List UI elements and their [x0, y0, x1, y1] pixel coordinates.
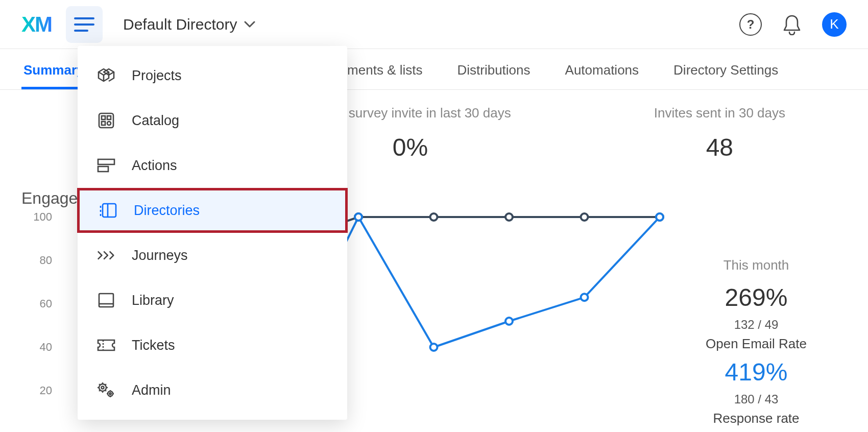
notification-bell-icon[interactable] — [782, 14, 802, 35]
svg-rect-8 — [98, 159, 114, 164]
nav-label: Tickets — [132, 338, 175, 353]
journeys-icon — [96, 248, 116, 262]
y-axis: 100 80 60 40 20 — [21, 217, 52, 391]
chart-point — [581, 213, 588, 221]
side-period: This month — [672, 257, 840, 273]
catalog-icon — [96, 111, 116, 130]
nav-item-projects[interactable]: Projects — [78, 53, 347, 98]
tab-distributions[interactable]: Distributions — [455, 51, 532, 89]
nav-label: Projects — [132, 68, 182, 84]
chart-point — [505, 318, 513, 325]
nav-label: Admin — [132, 382, 171, 398]
chart-point — [430, 213, 438, 221]
nav-label: Catalog — [132, 113, 179, 129]
directory-title-dropdown[interactable]: Default Directory — [123, 16, 255, 33]
actions-icon — [96, 157, 116, 174]
chart-point — [505, 213, 513, 221]
svg-point-19 — [102, 387, 104, 389]
chevron-down-icon — [244, 21, 255, 28]
help-button[interactable]: ? — [739, 13, 762, 36]
tab-summary[interactable]: Summary — [21, 51, 86, 89]
xm-logo: XM — [21, 12, 52, 37]
directory-title: Default Directory — [123, 16, 237, 33]
nav-item-actions[interactable]: Actions — [78, 143, 347, 188]
header-right: ? K — [739, 12, 847, 37]
chart-point — [581, 294, 588, 301]
stat-sent: Invites sent in 30 days 48 — [654, 105, 785, 161]
svg-point-20 — [108, 391, 113, 396]
library-icon — [96, 292, 116, 309]
response-rate-label: Response rate — [672, 411, 840, 426]
nav-item-journeys[interactable]: Journeys — [78, 233, 347, 278]
open-email-rate-value: 269% — [672, 283, 840, 311]
nav-label: Journeys — [132, 248, 188, 263]
main-nav-dropdown: Projects Catalog Actions Directories Jou… — [78, 46, 347, 420]
response-rate-frac: 180 / 43 — [672, 392, 840, 406]
stat-sent-label: Invites sent in 30 days — [654, 105, 785, 121]
svg-point-18 — [99, 384, 106, 391]
open-email-rate-label: Open Email Rate — [672, 336, 840, 352]
nav-item-library[interactable]: Library — [78, 278, 347, 323]
stat-sent-value: 48 — [654, 133, 785, 161]
directories-icon — [98, 202, 118, 219]
svg-rect-9 — [98, 166, 108, 172]
chart-point — [430, 344, 438, 351]
nav-item-admin[interactable]: Admin — [78, 368, 347, 413]
svg-rect-6 — [102, 122, 105, 125]
nav-item-tickets[interactable]: Tickets — [78, 323, 347, 368]
chart-point — [355, 213, 362, 221]
question-icon: ? — [747, 17, 755, 32]
nav-label: Library — [132, 293, 174, 308]
tickets-icon — [96, 338, 116, 352]
nav-label: Directories — [134, 203, 200, 219]
svg-point-21 — [109, 393, 111, 395]
header-bar: XM Default Directory ? K — [0, 0, 868, 49]
svg-rect-10 — [103, 204, 116, 217]
hamburger-icon — [74, 17, 94, 32]
svg-point-7 — [107, 122, 111, 125]
tab-directory-settings[interactable]: Directory Settings — [671, 51, 780, 89]
projects-icon — [96, 67, 116, 84]
nav-item-catalog[interactable]: Catalog — [78, 98, 347, 143]
nav-label: Actions — [132, 158, 177, 174]
admin-icon — [96, 381, 116, 399]
nav-item-directories[interactable]: Directories — [77, 188, 348, 233]
svg-rect-5 — [107, 116, 111, 119]
response-rate-value: 419% — [672, 358, 840, 386]
side-stats: This month 269% 132 / 49 Open Email Rate… — [672, 257, 840, 432]
svg-rect-15 — [99, 294, 113, 307]
tab-automations[interactable]: Automations — [563, 51, 641, 89]
svg-rect-4 — [102, 116, 105, 119]
chart-point — [656, 213, 663, 221]
user-avatar[interactable]: K — [822, 12, 847, 37]
open-email-rate-frac: 132 / 49 — [672, 318, 840, 332]
avatar-initial: K — [830, 16, 838, 32]
hamburger-menu-button[interactable] — [66, 6, 103, 43]
